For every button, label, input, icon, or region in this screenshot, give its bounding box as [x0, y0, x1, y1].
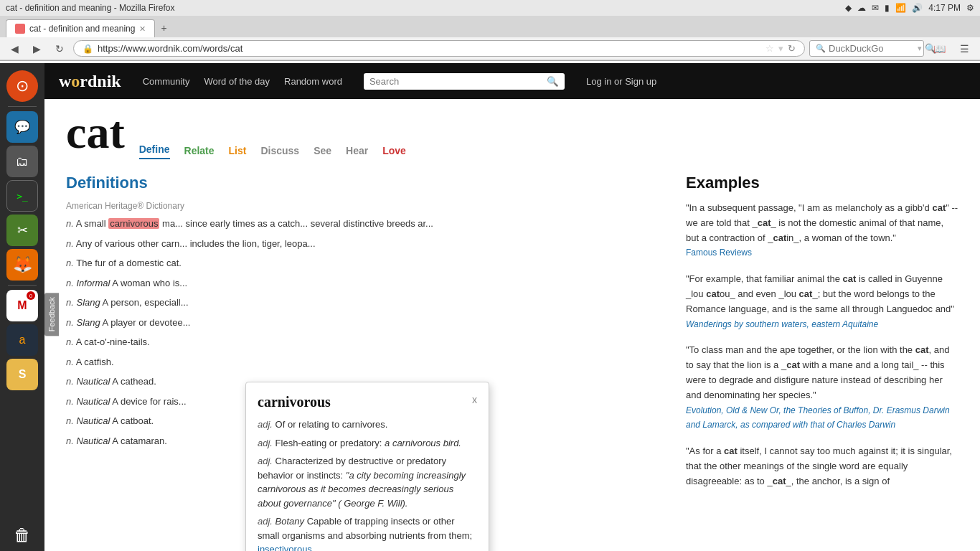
terminal-launcher-icon[interactable]: >_: [6, 180, 38, 212]
nav-community[interactable]: Community: [143, 76, 190, 87]
popup-definition: adj. Botany Capable of trapping insects …: [258, 514, 477, 551]
battery-icon: ▮: [885, 3, 890, 13]
volume-icon: 🔊: [912, 3, 923, 13]
example-source-link[interactable]: Evolution, Old & New Or, the Theories of…: [686, 405, 950, 430]
firefox-launcher-icon[interactable]: 🦊: [6, 249, 38, 281]
popup-pos: adj.: [258, 456, 273, 466]
browser-search-input[interactable]: [829, 43, 915, 54]
popup-pos: adj.: [258, 438, 273, 448]
forward-button[interactable]: ▶: [28, 41, 46, 57]
example-text: "To class man and the ape together, or t…: [686, 343, 958, 402]
nav-bar: ◀ ▶ ↻ 🔒 ☆ ▾ ↻ 🔍 ▾ 🔍 📖 ☰: [0, 37, 980, 60]
login-link[interactable]: Log in: [586, 76, 611, 87]
definition-item: n. A catfish.: [66, 355, 664, 369]
def-pos: n.: [66, 415, 74, 426]
messaging-launcher-icon[interactable]: 💬: [6, 111, 38, 143]
feedback-tab[interactable]: Feedback: [44, 293, 59, 336]
amazon-launcher-icon[interactable]: a: [6, 324, 38, 356]
site-nav: Community Word of the day Random word: [143, 76, 342, 87]
dropbox-icon: ◆: [845, 3, 852, 13]
definition-item: n. Slang A player or devotee...: [66, 316, 664, 330]
popup-pos: adj.: [258, 516, 273, 527]
example-source-link[interactable]: Wanderings by southern waters, eastern A…: [686, 319, 878, 329]
tab-define[interactable]: Define: [139, 143, 170, 159]
dictionary-source: American Heritage® Dictionary: [66, 201, 664, 211]
new-tab-button[interactable]: +: [155, 19, 172, 37]
search-engine-icon: 🔍: [816, 44, 826, 53]
example-text: "For example, that familiar animal the c…: [686, 272, 958, 316]
tools-launcher-icon[interactable]: ✂: [6, 215, 38, 246]
search-dropdown-icon: ▾: [918, 44, 922, 53]
definition-item: n. The fur of a domestic cat.: [66, 256, 664, 270]
menu-icon[interactable]: ☰: [955, 41, 974, 57]
tab-list[interactable]: List: [229, 145, 247, 159]
dropdown-icon: ▾: [778, 43, 783, 54]
sublime-launcher-icon[interactable]: S: [6, 359, 38, 390]
cat-bold: cat: [915, 344, 929, 355]
def-pos: n.: [66, 238, 74, 249]
wifi-icon: 📶: [895, 3, 906, 13]
tab-bar: cat - definition and meaning ✕ +: [0, 16, 980, 37]
gmail-launcher-icon[interactable]: M 0: [6, 290, 38, 321]
bookmark-icon[interactable]: 📖: [928, 41, 951, 57]
site-search-bar[interactable]: 🔍: [364, 73, 565, 90]
tab-love[interactable]: Love: [382, 145, 406, 159]
examples-column: Examples "In a subsequent passage, "I am…: [686, 166, 958, 501]
popup-close-button[interactable]: x: [472, 394, 477, 405]
browser-search-bar[interactable]: 🔍 ▾ 🔍: [809, 40, 924, 57]
def-pos: n.: [66, 396, 74, 407]
definition-item: n. A small carnivorous ma... since early…: [66, 217, 664, 231]
popup-definition: adj. Characterized by destructive or pre…: [258, 454, 477, 510]
def-pos: n.: [66, 376, 74, 387]
trash-launcher-icon[interactable]: 🗑: [6, 519, 38, 551]
active-tab[interactable]: cat - definition and meaning ✕: [6, 19, 155, 37]
word-header-area: cat Define Relate List Discuss See Hear …: [44, 99, 980, 166]
nav-word-of-day[interactable]: Word of the day: [204, 76, 270, 87]
auth-links: Log in or Sign up: [586, 76, 656, 87]
tab-close-button[interactable]: ✕: [139, 24, 146, 34]
example-item: "In a subsequent passage, "I am as melan…: [686, 201, 958, 260]
wordnik-logo[interactable]: wordnik: [59, 72, 121, 91]
lock-icon: 🔒: [83, 44, 93, 54]
example-item: "To class man and the ape together, or t…: [686, 343, 958, 433]
signup-link[interactable]: Sign up: [625, 76, 656, 87]
files-launcher-icon[interactable]: 🗂: [6, 146, 38, 177]
nav-random-word[interactable]: Random word: [284, 76, 342, 87]
insectivorous-link[interactable]: insectivorous: [258, 544, 312, 551]
cloud-icon: ☁: [857, 3, 866, 13]
carnivorous-highlight[interactable]: carnivorous: [108, 218, 159, 229]
example-text: "In a subsequent passage, "I am as melan…: [686, 201, 958, 245]
tab-see[interactable]: See: [314, 145, 331, 159]
mail-icon: ✉: [872, 3, 879, 13]
ubuntu-launcher-icon[interactable]: ⊙: [6, 70, 38, 102]
definition-item: n. Slang A person, especiall...: [66, 296, 664, 310]
cat-bold: cat: [842, 273, 856, 284]
examples-title: Examples: [686, 174, 958, 192]
taskbar-divider-2: [8, 285, 37, 286]
word-tabs: Define Relate List Discuss See Hear Love: [139, 143, 406, 166]
site-search-input[interactable]: [369, 76, 547, 87]
example-text: "As for a cat itself, I cannot say too m…: [686, 444, 958, 489]
def-pos: n.: [66, 357, 74, 367]
popup-header: carnivorous x: [258, 394, 477, 410]
refresh-button[interactable]: ↻: [50, 41, 69, 57]
example-source-link[interactable]: Famous Reviews: [686, 248, 752, 258]
tab-relate[interactable]: Relate: [184, 145, 215, 159]
url-input[interactable]: [98, 43, 761, 54]
def-pos: n.: [66, 218, 74, 229]
star-icon: ☆: [765, 43, 774, 54]
taskbar: ⊙ 💬 🗂 >_ ✂ 🦊 M 0 a S 🗑: [0, 63, 44, 551]
def-pos: n.: [66, 435, 74, 446]
site-search-button[interactable]: 🔍: [547, 76, 559, 87]
popup-pos: adj.: [258, 419, 273, 430]
back-button[interactable]: ◀: [6, 41, 24, 57]
url-bar[interactable]: 🔒 ☆ ▾ ↻: [73, 40, 805, 57]
carnivorous-popup: carnivorous x adj. Of or relating to car…: [245, 382, 489, 551]
tab-discuss[interactable]: Discuss: [260, 145, 299, 159]
cat-bold: cat: [932, 202, 946, 213]
tab-hear[interactable]: Hear: [346, 145, 368, 159]
def-pos: n.: [66, 317, 74, 328]
cat-bold: cat: [724, 446, 738, 456]
taskbar-divider: [8, 106, 37, 107]
def-pos: n.: [66, 258, 74, 268]
